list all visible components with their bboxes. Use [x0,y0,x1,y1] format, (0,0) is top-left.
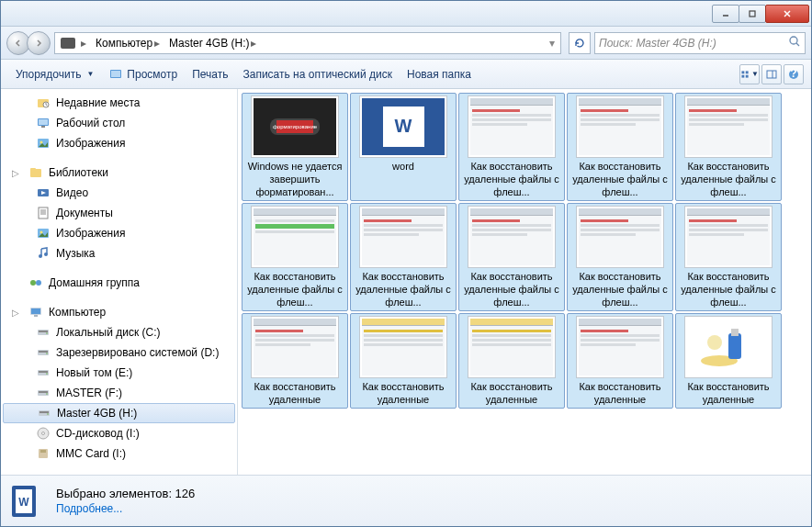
sidebar-drive-item[interactable]: Локальный диск (C:) [1,322,237,342]
word-icon: W [8,482,47,521]
sidebar-libraries[interactable]: ▷Библиотеки [1,163,237,183]
file-thumbnail [468,206,556,268]
file-label: Как восстановить удаленные файлы с флеш.… [678,270,779,308]
cd-icon [36,426,51,441]
explorer-window: ▸ Компьютер▸ Master 4GB (H:)▸ ▾ Поиск: M… [0,0,812,527]
svg-rect-10 [741,74,744,77]
svg-rect-11 [746,74,749,77]
sidebar-item[interactable]: Видео [1,183,237,203]
svg-rect-40 [39,331,48,332]
file-thumbnail: W [359,95,447,158]
sidebar: Недавние местаРабочий столИзображения ▷Б… [1,89,238,475]
sidebar-drive-item[interactable]: MASTER (F:) [1,383,237,403]
breadcrumb[interactable]: ▸ Компьютер▸ Master 4GB (H:)▸ ▾ [54,32,561,54]
close-button[interactable] [765,5,809,23]
svg-point-41 [46,332,48,334]
breadcrumb-root[interactable]: ▸ [57,33,92,53]
preview-pane-button[interactable] [761,64,782,84]
svg-point-55 [42,432,45,435]
file-item[interactable]: Как восстановить удаленные файлы с флеш.… [567,203,673,311]
svg-rect-57 [40,450,46,453]
sidebar-drive-item[interactable]: Master 4GB (H:) [3,403,235,423]
file-thumbnail [684,206,773,268]
svg-rect-9 [746,71,749,73]
file-item[interactable]: Как восстановить удаленные [675,313,782,409]
content-area: Недавние местаРабочий столИзображения ▷Б… [1,89,811,475]
file-item[interactable]: Как восстановить удаленные файлы с флеш.… [675,93,782,201]
file-item[interactable]: Как восстановить удаленные файлы с флеш.… [350,203,457,311]
pictures-icon [36,226,51,241]
sidebar-computer[interactable]: ▷Компьютер [1,302,237,322]
dropdown-icon[interactable]: ▾ [546,37,558,50]
file-item[interactable]: Как восстановить удаленные файлы с флеш.… [675,203,782,311]
file-item[interactable]: Как восстановить удаленные [458,313,565,409]
file-item[interactable]: Как восстановить удаленные [350,313,457,409]
sidebar-drive-item[interactable]: CD-дисковод (I:) [1,423,237,443]
file-thumbnail [576,206,664,268]
titlebar [1,1,811,27]
file-item[interactable]: Как восстановить удаленные файлы с флеш.… [458,203,565,311]
file-item[interactable]: Как восстановить удаленные [242,313,348,409]
sidebar-item[interactable]: Недавние места [1,93,237,113]
search-input[interactable]: Поиск: Master 4GB (H:) [594,32,806,54]
drive-icon [61,38,75,49]
file-thumbnail [251,206,339,268]
file-label: Как восстановить удаленные файлы с флеш.… [570,270,671,308]
sidebar-item[interactable]: Документы [1,203,237,223]
file-thumbnail [576,95,664,158]
file-label: Как восстановить удаленные [678,380,779,406]
file-thumbnail [468,95,556,158]
file-label: word [390,160,416,173]
file-item[interactable]: Как восстановить удаленные файлы с флеш.… [242,203,348,311]
sidebar-item[interactable]: Изображения [1,223,237,243]
svg-rect-12 [767,71,776,78]
svg-point-61 [707,335,722,350]
svg-rect-38 [34,315,38,317]
svg-point-47 [46,373,48,375]
search-placeholder: Поиск: Master 4GB (H:) [599,37,716,50]
sidebar-homegroup[interactable]: Домашняя группа [1,273,237,293]
details-more-link[interactable]: Подробнее... [56,502,195,515]
svg-rect-7 [111,71,120,77]
sidebar-drive-item[interactable]: Новый том (E:) [1,363,237,383]
file-item[interactable]: Как восстановить удаленные файлы с флеш.… [458,93,565,201]
organize-button[interactable]: Упорядочить▼ [8,64,101,84]
help-button[interactable]: ? [784,64,804,84]
print-button[interactable]: Печать [185,64,235,84]
svg-rect-8 [741,71,744,73]
maximize-button[interactable] [739,5,766,23]
pictures-icon [36,136,51,151]
sidebar-drive-item[interactable]: Зарезервировано системой (D:) [1,342,237,363]
newfolder-button[interactable]: Новая папка [400,64,479,84]
sidebar-item[interactable]: Изображения [1,133,237,153]
file-thumbnail [576,316,664,378]
file-label: Как восстановить удаленные файлы с флеш.… [244,270,345,308]
desktop-icon [36,116,51,130]
file-grid: форматированиеWindows не удается заверши… [238,89,811,475]
minimize-button[interactable] [712,5,739,23]
details-title: Выбрано элементов: 126 [56,487,195,500]
file-item[interactable]: Как восстановить удаленные файлы с флеш.… [567,93,673,201]
file-item[interactable]: Как восстановить удаленные [567,313,673,409]
sidebar-item[interactable]: Музыка [1,243,237,264]
navbar: ▸ Компьютер▸ Master 4GB (H:)▸ ▾ Поиск: M… [1,27,811,60]
breadcrumb-computer[interactable]: Компьютер▸ [92,33,165,53]
svg-rect-60 [731,329,739,336]
sidebar-drive-item[interactable]: MMC Card (I:) [1,443,237,464]
sidebar-item[interactable]: Рабочий стол [1,113,237,133]
file-item[interactable]: форматированиеWindows не удается заверши… [242,93,348,201]
file-label: Windows не удается завершить форматирова… [244,160,345,198]
refresh-button[interactable] [569,32,591,54]
details-pane: W Выбрано элементов: 126 Подробнее... [1,475,811,526]
file-thumbnail [684,95,773,158]
svg-point-53 [47,413,49,415]
preview-button[interactable]: Просмотр [101,63,185,85]
file-item[interactable]: Wword [350,93,457,201]
view-button[interactable]: ▼ [739,64,760,84]
burn-button[interactable]: Записать на оптический диск [235,64,400,84]
breadcrumb-drive[interactable]: Master 4GB (H:)▸ [165,33,262,53]
svg-point-44 [46,353,48,354]
file-label: Как восстановить удаленные файлы с флеш.… [461,270,562,308]
docs-icon [36,206,51,220]
forward-button[interactable] [27,31,51,55]
